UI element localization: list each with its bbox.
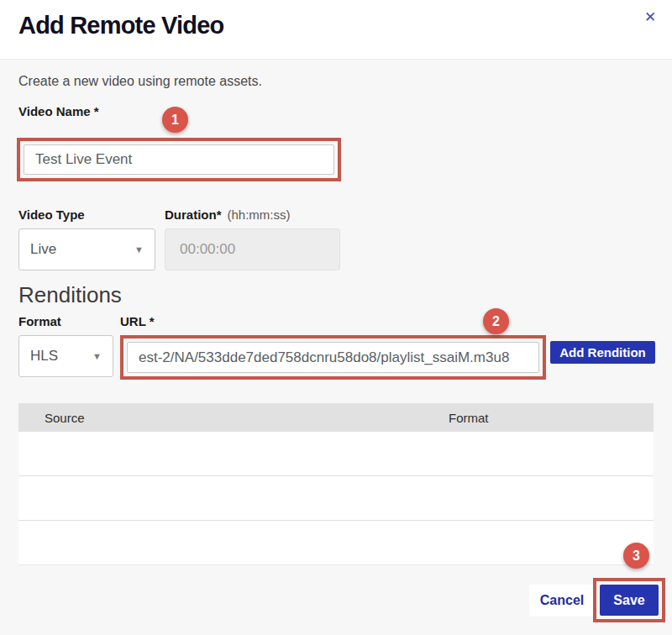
table-header-format: Format <box>449 411 489 425</box>
table-header-row: Source Format <box>18 403 654 432</box>
modal-description: Create a new video using remote assets. <box>18 74 262 89</box>
duration-label: Duration*(hh:mm:ss) <box>165 207 291 222</box>
cancel-button[interactable]: Cancel <box>529 585 595 617</box>
table-header-source: Source <box>18 411 449 425</box>
step-badge-1: 1 <box>162 107 188 133</box>
table-row <box>18 432 654 476</box>
step-badge-3: 3 <box>623 543 649 569</box>
video-name-input[interactable] <box>24 144 334 175</box>
table-row <box>18 476 654 521</box>
duration-hint: (hh:mm:ss) <box>228 207 291 222</box>
chevron-down-icon: ▼ <box>92 351 102 361</box>
video-type-select[interactable]: Live ▼ <box>18 228 155 270</box>
modal-header: Add Remote Video ✕ <box>0 0 672 60</box>
add-remote-video-modal: Add Remote Video ✕ Create a new video us… <box>0 0 672 635</box>
format-label: Format <box>18 314 61 328</box>
renditions-heading: Renditions <box>18 282 122 308</box>
table-row <box>18 521 654 564</box>
format-select[interactable]: HLS ▼ <box>18 335 113 377</box>
save-button[interactable]: Save <box>600 585 659 616</box>
format-value: HLS <box>30 348 58 365</box>
duration-label-text: Duration* <box>165 207 222 222</box>
annotation-box-2 <box>120 335 546 380</box>
add-rendition-button[interactable]: Add Rendition <box>550 341 655 364</box>
url-input[interactable] <box>127 342 539 373</box>
close-icon[interactable]: ✕ <box>638 5 662 29</box>
annotation-box-1 <box>17 138 341 181</box>
url-label: URL * <box>120 314 155 328</box>
video-name-label: Video Name * <box>18 104 99 118</box>
step-badge-2: 2 <box>483 308 509 334</box>
renditions-table: Source Format <box>18 403 654 565</box>
video-type-value: Live <box>30 241 56 258</box>
modal-title: Add Remote Video <box>18 12 223 39</box>
chevron-down-icon: ▼ <box>134 244 144 255</box>
duration-input: 00:00:00 <box>165 228 340 270</box>
video-type-label: Video Type <box>18 207 85 222</box>
